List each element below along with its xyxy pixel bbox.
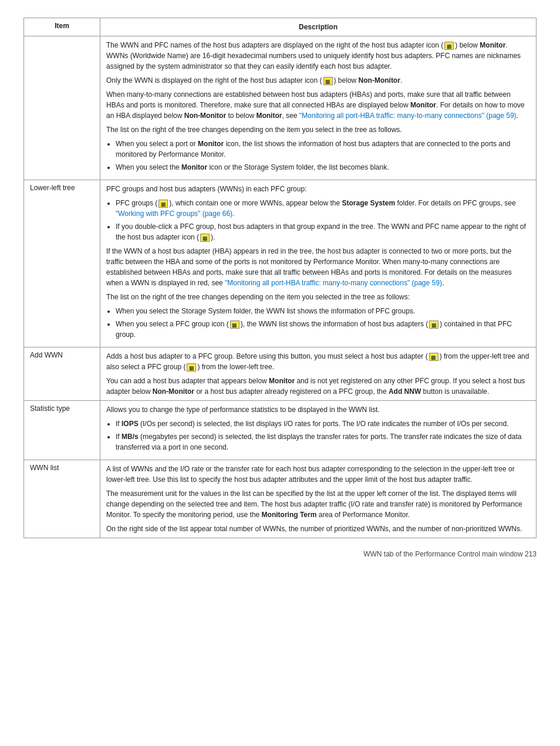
row-item-statistic-type: Statistic type (24, 401, 100, 460)
header-item: Item (24, 18, 100, 36)
row-desc-statistic-type: Allows you to change the type of perform… (100, 401, 537, 460)
list-item: When you select the Storage System folde… (116, 306, 530, 316)
table-row: Lower-left tree PFC groups and host bus … (24, 180, 537, 347)
para: If the WWN of a host bus adapter (HBA) a… (106, 246, 530, 288)
row-desc-add-wwn: Adds a host bus adapter to a PFC group. … (100, 347, 537, 401)
row-item-1 (24, 36, 100, 180)
row-desc-lower-left-tree: PFC groups and host bus adapters (WWNs) … (100, 180, 537, 347)
list-item: When you select the Monitor icon or the … (116, 162, 530, 173)
row-item-wwn-list: WWN list (24, 460, 100, 538)
table-row: Statistic type Allows you to change the … (24, 401, 537, 460)
list-item: When you select a PFC group icon (▩), th… (116, 319, 530, 340)
row-item-lower-left-tree: Lower-left tree (24, 180, 100, 347)
header-description: Description (100, 18, 537, 36)
hba-icon: ▩ (323, 77, 333, 85)
bullet-list: When you select a port or Monitor icon, … (116, 139, 530, 173)
para: Only the WWN is displayed on the right o… (106, 75, 530, 86)
hba-icon: ▩ (429, 353, 438, 361)
link-monitoring-many2[interactable]: "Monitoring all port-HBA traffic: many-t… (225, 279, 442, 287)
footer-text: WWN tab of the Performance Control main … (363, 550, 537, 558)
bullet-list-2: When you select the Storage System folde… (116, 306, 530, 340)
para: The list on the right of the tree change… (106, 124, 530, 135)
para: Allows you to change the type of perform… (106, 404, 530, 415)
list-item: When you select a port or Monitor icon, … (116, 139, 530, 160)
hba-icon: ▩ (200, 234, 210, 242)
para: You can add a host bus adapter that appe… (106, 376, 530, 397)
link-pfc-groups[interactable]: "Working with PFC groups" (page 66) (116, 210, 232, 218)
para: When many-to-many connections are establ… (106, 89, 530, 121)
para: A list of WWNs and the I/O rate or the t… (106, 464, 530, 485)
list-item: If MB/s (megabytes per second) is select… (116, 431, 530, 453)
para: The measurement unit for the values in t… (106, 488, 530, 520)
para: The list on the right of the tree change… (106, 292, 530, 302)
table-row: The WWN and PFC names of the host bus ad… (24, 36, 537, 180)
pfc-icon: ▩ (187, 363, 196, 372)
pfc-icon: ▩ (230, 320, 239, 329)
row-desc-1: The WWN and PFC names of the host bus ad… (100, 36, 537, 180)
table-row: Add WWN Adds a host bus adapter to a PFC… (24, 347, 537, 401)
main-table: Item Description The WWN and PFC names o… (23, 18, 537, 538)
para: Adds a host bus adapter to a PFC group. … (106, 351, 530, 372)
table-row: WWN list A list of WWNs and the I/O rate… (24, 460, 537, 538)
row-item-add-wwn: Add WWN (24, 347, 100, 401)
para: The WWN and PFC names of the host bus ad… (106, 40, 530, 72)
page-container: Item Description The WWN and PFC names o… (23, 18, 537, 558)
list-item: If you double-click a PFC group, host bu… (116, 221, 530, 242)
para: On the right side of the list appear tot… (106, 524, 530, 534)
hba-icon: ▩ (429, 320, 438, 329)
pfc-icon: ▩ (158, 200, 168, 208)
row-desc-wwn-list: A list of WWNs and the I/O rate or the t… (100, 460, 537, 538)
list-item: PFC groups (▩), which contain one or mor… (116, 198, 530, 219)
para: PFC groups and host bus adapters (WWNs) … (106, 184, 530, 194)
list-item: If IOPS (I/Os per second) is selected, t… (116, 418, 530, 429)
hba-icon: ▩ (444, 42, 454, 50)
footer: WWN tab of the Performance Control main … (23, 550, 537, 558)
link-monitoring-many[interactable]: "Monitoring all port-HBA traffic: many-t… (299, 112, 517, 120)
bullet-list: If IOPS (I/Os per second) is selected, t… (116, 418, 530, 453)
bullet-list: PFC groups (▩), which contain one or mor… (116, 198, 530, 242)
